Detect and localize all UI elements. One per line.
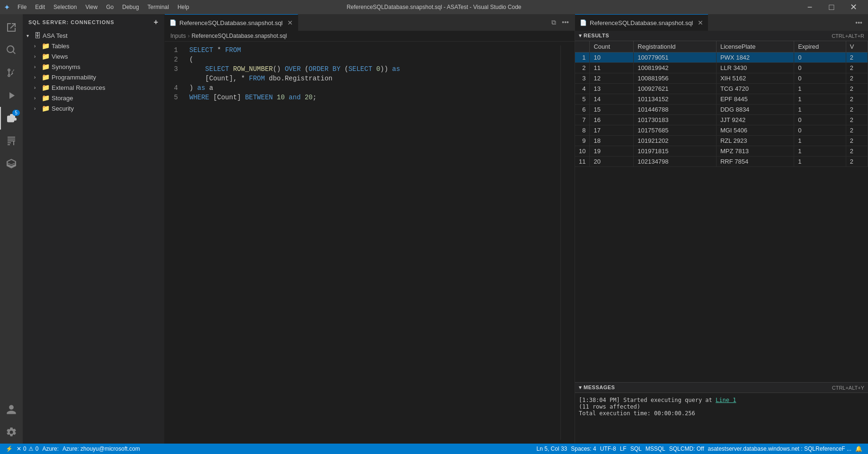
activity-item-settings[interactable]	[0, 421, 23, 444]
cell-regid: 101971815	[634, 146, 717, 157]
table-row[interactable]: 3 12 100881956 XIH 5162 0 2	[575, 73, 868, 84]
results-tab-active[interactable]: 📄 ReferenceSQLDatabase.snapshot.sql ✕	[575, 14, 708, 31]
menu-go[interactable]: Go	[102, 0, 117, 14]
col-header-count[interactable]: Count	[590, 41, 634, 52]
add-connection-button[interactable]: +	[154, 18, 159, 26]
messages-section: ▾ MESSAGES CTRL+ALT+Y [1:38:04 PM] Start…	[575, 382, 868, 444]
col-header-plate[interactable]: LicensePlate	[716, 41, 794, 52]
status-remote[interactable]: ⚡	[4, 445, 15, 452]
menu-help[interactable]: Help	[174, 0, 193, 14]
activity-item-explorer[interactable]	[0, 16, 23, 39]
editor-area: 📄 ReferenceSQLDatabase.snapshot.sql ✕ ⧉ …	[165, 14, 575, 444]
tree-children: › 📁 Tables › 📁 Views › 📁 Synonyms › 📁 Pr…	[23, 41, 164, 114]
explorer-icon	[6, 22, 17, 33]
table-row[interactable]: 4 13 100927621 TCG 4720 1 2	[575, 84, 868, 94]
menu-file[interactable]: File	[14, 0, 30, 14]
tree-item-synonyms[interactable]: › 📁 Synonyms	[30, 61, 164, 72]
status-position[interactable]: Ln 5, Col 33	[535, 445, 569, 452]
col-header-regid[interactable]: RegistrationId	[634, 41, 717, 52]
table-row[interactable]: 1 10 100779051 PWX 1842 0 2	[575, 52, 868, 63]
col-header-expired[interactable]: Expired	[794, 41, 846, 52]
results-tab-bar: 📄 ReferenceSQLDatabase.snapshot.sql ✕ ••…	[575, 14, 868, 31]
status-account[interactable]: Azure: Azure: zhouyu@microsoft.com	[40, 445, 142, 452]
tree-item-security[interactable]: › 📁 Security	[30, 103, 164, 114]
status-server[interactable]: asatestserver.database.windows.net : SQL…	[706, 445, 854, 452]
status-bell[interactable]: 🔔	[853, 445, 864, 452]
minimize-button[interactable]: −	[799, 0, 821, 14]
spaces-label: Spaces: 4	[571, 445, 596, 452]
cell-count: 12	[590, 73, 634, 84]
table-row[interactable]: 11 20 102134798 RRF 7854 1 2	[575, 157, 868, 167]
folder-icon: 📁	[42, 84, 50, 91]
window-title: ReferenceSQLDatabase.snapshot.sql - ASAT…	[346, 4, 521, 10]
menu-terminal[interactable]: Terminal	[144, 0, 173, 14]
folder-icon: 📁	[42, 105, 50, 112]
table-row[interactable]: 5 14 101134152 EPF 8445 1 2	[575, 94, 868, 105]
split-editor-button[interactable]: ⧉	[549, 17, 558, 28]
activity-item-run[interactable]	[0, 84, 23, 107]
results-table-container[interactable]: Count RegistrationId LicensePlate Expire…	[575, 41, 868, 382]
col-header-v[interactable]: V	[846, 41, 868, 52]
breadcrumb-inputs[interactable]: Inputs	[170, 33, 186, 39]
chevron-right-icon: ›	[34, 85, 42, 90]
status-dialect[interactable]: MSSQL	[644, 445, 667, 452]
table-row[interactable]: 10 19 101971815 MPZ 7813 1 2	[575, 146, 868, 157]
activity-item-search[interactable]	[0, 39, 23, 61]
table-row[interactable]: 6 15 101446788 DDG 8834 1 2	[575, 105, 868, 115]
tab-close-button[interactable]: ✕	[287, 19, 293, 26]
results-tab-icon: 📄	[580, 19, 587, 26]
line-col: Ln 5, Col 33	[537, 445, 567, 452]
table-row[interactable]: 9 18 101921202 RZL 2923 1 2	[575, 136, 868, 146]
activity-item-extensions[interactable]: 5	[0, 107, 23, 130]
cell-expired: 1	[794, 84, 846, 94]
breadcrumb-file[interactable]: ReferenceSQLDatabase.snapshot.sql	[192, 33, 287, 39]
chevron-right-icon: ›	[34, 96, 42, 101]
activity-item-source-control[interactable]	[0, 61, 23, 84]
cell-count: 20	[590, 157, 634, 167]
tree-item-views[interactable]: › 📁 Views	[30, 51, 164, 61]
activity-item-testing[interactable]	[0, 152, 23, 175]
cell-rownum: 10	[575, 146, 590, 157]
more-actions-button[interactable]: •••	[560, 17, 571, 28]
results-more-actions[interactable]: •••	[853, 17, 864, 28]
activity-item-account[interactable]	[0, 398, 23, 421]
menu-selection[interactable]: Selection	[50, 0, 80, 14]
status-language[interactable]: SQL	[629, 445, 644, 452]
messages-time: [1:38:04 PM]	[579, 397, 620, 403]
status-errors[interactable]: ✕ 0 ⚠ 0	[15, 445, 40, 452]
code-line-2: (	[189, 55, 555, 64]
menu-bar: File Edit Selection View Go Debug Termin…	[14, 0, 193, 14]
cell-count: 18	[590, 136, 634, 146]
cell-rownum: 11	[575, 157, 590, 167]
cell-v: 2	[846, 125, 868, 136]
status-encoding[interactable]: UTF-8	[598, 445, 618, 452]
code-line-4: ) as a	[189, 83, 555, 93]
status-bar: ⚡ ✕ 0 ⚠ 0 Azure: Azure: zhouyu@microsoft…	[0, 444, 868, 454]
line-1-link[interactable]: Line 1	[716, 397, 736, 403]
menu-view[interactable]: View	[81, 0, 101, 14]
cell-rownum: 3	[575, 73, 590, 84]
menu-edit[interactable]: Edit	[31, 0, 49, 14]
status-spaces[interactable]: Spaces: 4	[569, 445, 598, 452]
table-row[interactable]: 2 11 100819942 LLR 3430 0 2	[575, 63, 868, 73]
tree-item-tables[interactable]: › 📁 Tables	[30, 41, 164, 51]
cell-regid: 101446788	[634, 105, 717, 115]
tree-item-storage[interactable]: › 📁 Storage	[30, 93, 164, 103]
tree-item-external-resources[interactable]: › 📁 External Resources	[30, 82, 164, 93]
tree-label-synonyms: Synonyms	[52, 63, 80, 70]
menu-debug[interactable]: Debug	[118, 0, 142, 14]
tree-root-item[interactable]: ▾ 🗄 ASA Test	[23, 30, 164, 41]
status-sqlcmd[interactable]: SQLCMD: Off	[667, 445, 706, 452]
code-content[interactable]: SELECT * FROM ( SELECT ROW_NUMBER() OVER…	[184, 45, 560, 440]
activity-item-sql[interactable]	[0, 130, 23, 152]
table-row[interactable]: 7 16 101730183 JJT 9242 0 2	[575, 115, 868, 125]
code-editor[interactable]: 1 2 3 4 5 SELECT * FROM ( SELECT ROW_NUM…	[165, 42, 575, 444]
tree-item-programmability[interactable]: › 📁 Programmability	[30, 72, 164, 82]
cell-count: 19	[590, 146, 634, 157]
results-tab-close[interactable]: ✕	[698, 19, 703, 26]
close-button[interactable]: ✕	[842, 0, 864, 14]
table-row[interactable]: 8 17 101757685 MGI 5406 0 2	[575, 125, 868, 136]
status-eol[interactable]: LF	[618, 445, 629, 452]
maximize-button[interactable]: □	[821, 0, 842, 14]
editor-tab-active[interactable]: 📄 ReferenceSQLDatabase.snapshot.sql ✕	[165, 14, 298, 31]
